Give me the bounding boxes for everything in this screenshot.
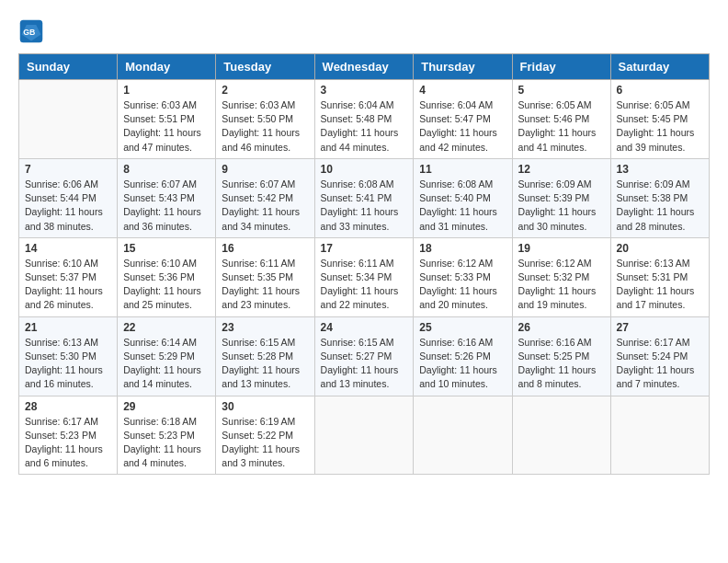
day-details: Sunrise: 6:04 AMSunset: 5:48 PMDaylight:… <box>321 98 408 155</box>
calendar-cell: 10Sunrise: 6:08 AMSunset: 5:41 PMDayligh… <box>314 158 414 237</box>
day-details: Sunrise: 6:06 AMSunset: 5:44 PMDaylight:… <box>25 178 111 234</box>
calendar-cell: 4Sunrise: 6:04 AMSunset: 5:47 PMDaylight… <box>414 80 512 159</box>
calendar-body: 1Sunrise: 6:03 AMSunset: 5:51 PMDaylight… <box>19 80 710 475</box>
calendar-header-row: SundayMondayTuesdayWednesdayThursdayFrid… <box>19 54 710 80</box>
day-number: 19 <box>518 242 605 255</box>
calendar-cell: 24Sunrise: 6:15 AMSunset: 5:27 PMDayligh… <box>314 316 414 396</box>
calendar-week-row: 1Sunrise: 6:03 AMSunset: 5:51 PMDaylight… <box>19 80 710 159</box>
calendar-cell: 9Sunrise: 6:07 AMSunset: 5:42 PMDaylight… <box>216 158 314 237</box>
day-number: 11 <box>419 163 506 176</box>
day-number: 23 <box>222 321 308 334</box>
calendar-cell <box>610 396 709 475</box>
calendar-week-row: 21Sunrise: 6:13 AMSunset: 5:30 PMDayligh… <box>19 316 710 396</box>
calendar-cell: 6Sunrise: 6:05 AMSunset: 5:45 PMDaylight… <box>610 80 709 159</box>
day-details: Sunrise: 6:10 AMSunset: 5:36 PMDaylight:… <box>123 257 210 313</box>
calendar-week-row: 14Sunrise: 6:10 AMSunset: 5:37 PMDayligh… <box>19 237 710 316</box>
calendar-cell <box>512 396 610 475</box>
logo-icon: GB <box>18 18 44 44</box>
day-number: 27 <box>617 321 703 334</box>
day-number: 26 <box>518 321 605 334</box>
day-number: 8 <box>123 163 210 176</box>
calendar-cell: 21Sunrise: 6:13 AMSunset: 5:30 PMDayligh… <box>19 316 118 396</box>
calendar-cell: 19Sunrise: 6:12 AMSunset: 5:32 PMDayligh… <box>512 237 610 316</box>
day-number: 24 <box>321 321 408 334</box>
calendar-weekday-thursday: Thursday <box>414 54 512 80</box>
day-number: 9 <box>222 163 308 176</box>
calendar-weekday-monday: Monday <box>118 54 216 80</box>
day-details: Sunrise: 6:08 AMSunset: 5:40 PMDaylight:… <box>419 178 506 234</box>
calendar-cell: 17Sunrise: 6:11 AMSunset: 5:34 PMDayligh… <box>314 237 414 316</box>
day-details: Sunrise: 6:07 AMSunset: 5:42 PMDaylight:… <box>222 178 308 234</box>
day-number: 17 <box>321 242 408 255</box>
day-number: 6 <box>617 84 703 97</box>
day-details: Sunrise: 6:12 AMSunset: 5:33 PMDaylight:… <box>419 257 506 313</box>
day-number: 22 <box>123 321 210 334</box>
day-details: Sunrise: 6:05 AMSunset: 5:46 PMDaylight:… <box>518 98 605 155</box>
day-number: 18 <box>419 242 506 255</box>
day-details: Sunrise: 6:09 AMSunset: 5:39 PMDaylight:… <box>518 178 605 234</box>
day-details: Sunrise: 6:09 AMSunset: 5:38 PMDaylight:… <box>617 178 703 234</box>
calendar-cell: 12Sunrise: 6:09 AMSunset: 5:39 PMDayligh… <box>512 158 610 237</box>
day-number: 29 <box>123 400 210 413</box>
calendar-weekday-tuesday: Tuesday <box>216 54 314 80</box>
calendar-weekday-sunday: Sunday <box>19 54 118 80</box>
day-details: Sunrise: 6:18 AMSunset: 5:23 PMDaylight:… <box>123 415 210 471</box>
calendar-cell: 8Sunrise: 6:07 AMSunset: 5:43 PMDaylight… <box>118 158 216 237</box>
day-number: 14 <box>25 242 111 255</box>
calendar-weekday-saturday: Saturday <box>610 54 709 80</box>
calendar-cell: 27Sunrise: 6:17 AMSunset: 5:24 PMDayligh… <box>610 316 709 396</box>
logo: GB <box>18 18 48 44</box>
day-details: Sunrise: 6:11 AMSunset: 5:34 PMDaylight:… <box>321 257 408 313</box>
day-details: Sunrise: 6:03 AMSunset: 5:51 PMDaylight:… <box>123 98 210 155</box>
day-number: 3 <box>321 84 408 97</box>
calendar-weekday-wednesday: Wednesday <box>314 54 414 80</box>
calendar-cell: 16Sunrise: 6:11 AMSunset: 5:35 PMDayligh… <box>216 237 314 316</box>
day-details: Sunrise: 6:15 AMSunset: 5:28 PMDaylight:… <box>222 336 308 392</box>
day-number: 13 <box>617 163 703 176</box>
day-details: Sunrise: 6:13 AMSunset: 5:31 PMDaylight:… <box>617 257 703 313</box>
day-details: Sunrise: 6:16 AMSunset: 5:25 PMDaylight:… <box>518 336 605 392</box>
day-number: 7 <box>25 163 111 176</box>
day-number: 16 <box>222 242 308 255</box>
day-number: 5 <box>518 84 605 97</box>
calendar-header: SundayMondayTuesdayWednesdayThursdayFrid… <box>19 54 710 80</box>
day-details: Sunrise: 6:17 AMSunset: 5:23 PMDaylight:… <box>25 415 111 471</box>
day-details: Sunrise: 6:16 AMSunset: 5:26 PMDaylight:… <box>419 336 506 392</box>
day-number: 21 <box>25 321 111 334</box>
day-number: 28 <box>25 400 111 413</box>
page-header: GB <box>18 18 710 44</box>
calendar-cell <box>19 80 118 159</box>
day-details: Sunrise: 6:03 AMSunset: 5:50 PMDaylight:… <box>222 98 308 155</box>
day-details: Sunrise: 6:08 AMSunset: 5:41 PMDaylight:… <box>321 178 408 234</box>
day-details: Sunrise: 6:05 AMSunset: 5:45 PMDaylight:… <box>617 98 703 155</box>
calendar-cell: 29Sunrise: 6:18 AMSunset: 5:23 PMDayligh… <box>118 396 216 475</box>
calendar-cell <box>314 396 414 475</box>
calendar-week-row: 7Sunrise: 6:06 AMSunset: 5:44 PMDaylight… <box>19 158 710 237</box>
day-number: 2 <box>222 84 308 97</box>
calendar-cell: 18Sunrise: 6:12 AMSunset: 5:33 PMDayligh… <box>414 237 512 316</box>
day-number: 15 <box>123 242 210 255</box>
day-details: Sunrise: 6:17 AMSunset: 5:24 PMDaylight:… <box>617 336 703 392</box>
calendar-table: SundayMondayTuesdayWednesdayThursdayFrid… <box>18 53 710 475</box>
day-number: 4 <box>419 84 506 97</box>
calendar-cell: 30Sunrise: 6:19 AMSunset: 5:22 PMDayligh… <box>216 396 314 475</box>
calendar-cell <box>414 396 512 475</box>
day-details: Sunrise: 6:10 AMSunset: 5:37 PMDaylight:… <box>25 257 111 313</box>
day-details: Sunrise: 6:04 AMSunset: 5:47 PMDaylight:… <box>419 98 506 155</box>
calendar-weekday-friday: Friday <box>512 54 610 80</box>
calendar-cell: 2Sunrise: 6:03 AMSunset: 5:50 PMDaylight… <box>216 80 314 159</box>
calendar-cell: 5Sunrise: 6:05 AMSunset: 5:46 PMDaylight… <box>512 80 610 159</box>
calendar-cell: 26Sunrise: 6:16 AMSunset: 5:25 PMDayligh… <box>512 316 610 396</box>
day-details: Sunrise: 6:12 AMSunset: 5:32 PMDaylight:… <box>518 257 605 313</box>
calendar-cell: 28Sunrise: 6:17 AMSunset: 5:23 PMDayligh… <box>19 396 118 475</box>
svg-text:GB: GB <box>23 28 35 37</box>
calendar-cell: 23Sunrise: 6:15 AMSunset: 5:28 PMDayligh… <box>216 316 314 396</box>
day-number: 25 <box>419 321 506 334</box>
day-number: 1 <box>123 84 210 97</box>
day-details: Sunrise: 6:19 AMSunset: 5:22 PMDaylight:… <box>222 415 308 471</box>
calendar-cell: 15Sunrise: 6:10 AMSunset: 5:36 PMDayligh… <box>118 237 216 316</box>
calendar-cell: 3Sunrise: 6:04 AMSunset: 5:48 PMDaylight… <box>314 80 414 159</box>
day-details: Sunrise: 6:15 AMSunset: 5:27 PMDaylight:… <box>321 336 408 392</box>
calendar-cell: 1Sunrise: 6:03 AMSunset: 5:51 PMDaylight… <box>118 80 216 159</box>
day-details: Sunrise: 6:07 AMSunset: 5:43 PMDaylight:… <box>123 178 210 234</box>
